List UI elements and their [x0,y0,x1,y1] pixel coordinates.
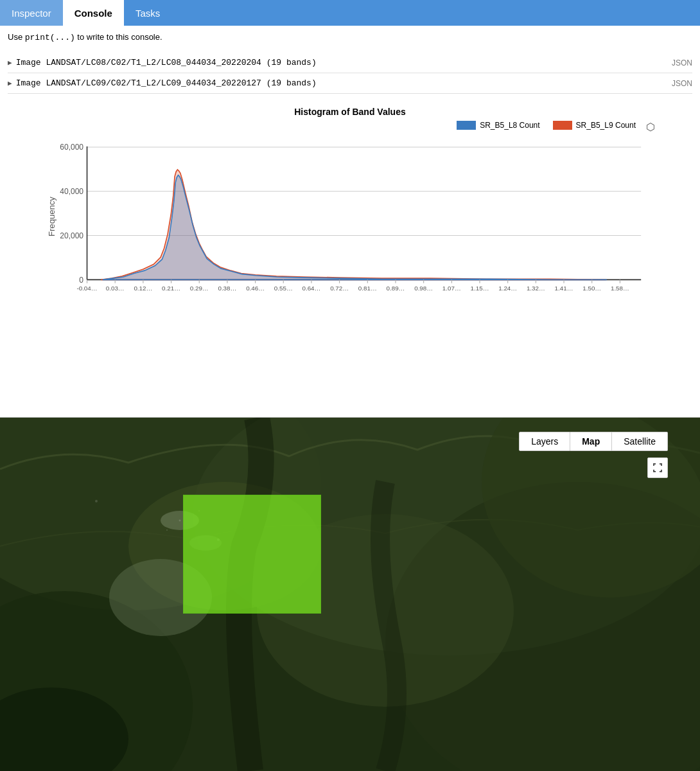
svg-text:0.89…: 0.89… [387,285,405,292]
svg-text:0.12…: 0.12… [134,285,152,292]
legend-color-l8 [457,121,476,130]
svg-text:1.41…: 1.41… [555,285,573,292]
tab-bar: Inspector Console Tasks [0,0,700,26]
legend-item-0: SR_B5_L8 Count [457,121,539,130]
svg-text:1.07…: 1.07… [442,285,461,292]
fullscreen-icon [652,463,663,473]
map-background [0,418,700,771]
histogram-chart: 0 20,000 40,000 60,000 Frequency -0.04… … [45,121,655,326]
tab-console[interactable]: Console [63,0,124,26]
tab-tasks[interactable]: Tasks [124,0,171,26]
layers-button[interactable]: Layers [519,432,570,451]
svg-text:0.72…: 0.72… [330,285,349,292]
svg-text:Frequency: Frequency [47,197,57,236]
svg-text:0.46…: 0.46… [246,285,265,292]
svg-text:1.32…: 1.32… [527,285,545,292]
json-link-0[interactable]: JSON [672,58,692,67]
json-link-1[interactable]: JSON [672,79,692,88]
svg-text:20,000: 20,000 [60,231,83,240]
svg-text:40,000: 40,000 [60,187,83,196]
image-entry-1: ▶ Image LANDSAT/LC09/C02/T1_L2/LC09_0440… [8,73,692,94]
console-hint: Use print(...) to write to this console. [8,32,692,42]
svg-text:1.58…: 1.58… [611,285,629,292]
svg-text:60,000: 60,000 [60,143,83,152]
top-panel: Inspector Console Tasks Use print(...) t… [0,0,700,418]
fullscreen-button[interactable] [647,457,668,478]
svg-point-66 [179,520,181,522]
satellite-view-button[interactable]: Satellite [612,432,668,451]
svg-text:0.98…: 0.98… [414,285,433,292]
svg-text:0.64…: 0.64… [302,285,320,292]
chart-title: Histogram of Band Values [15,107,685,117]
map-view-button[interactable]: Map [570,432,612,451]
expand-arrow-0[interactable]: ▶ [8,58,12,67]
expand-arrow-1[interactable]: ▶ [8,79,12,87]
expand-chart-icon[interactable]: ⬡ [646,121,655,133]
svg-text:0.38…: 0.38… [218,285,236,292]
svg-text:-0.04…: -0.04… [76,285,97,292]
svg-text:0.81…: 0.81… [358,285,377,292]
svg-point-65 [95,500,98,502]
svg-point-68 [166,529,168,531]
svg-text:0.29…: 0.29… [190,285,209,292]
chart-legend: SR_B5_L8 Count SR_B5_L9 Count [457,121,636,130]
svg-text:0.03…: 0.03… [106,285,125,292]
chart-area: Histogram of Band Values SR_B5_L8 Count … [15,107,685,326]
svg-text:0.55…: 0.55… [274,285,293,292]
svg-text:0.21…: 0.21… [162,285,180,292]
svg-text:1.24…: 1.24… [498,285,517,292]
svg-marker-32 [103,175,607,280]
legend-color-l9 [553,121,572,130]
svg-text:1.15…: 1.15… [471,285,489,292]
legend-item-1: SR_B5_L9 Count [553,121,636,130]
map-panel: Layers Map Satellite [0,418,700,771]
chart-container: SR_B5_L8 Count SR_B5_L9 Count ⬡ [45,121,655,326]
svg-text:0: 0 [79,276,83,285]
console-content: Use print(...) to write to this console.… [0,26,700,417]
band-visualization-overlay [183,495,321,614]
map-controls: Layers Map Satellite [519,432,668,451]
image-entry-0: ▶ Image LANDSAT/LC08/C02/T1_L2/LC08_0440… [8,53,692,73]
tab-inspector[interactable]: Inspector [0,0,63,26]
svg-text:1.50…: 1.50… [582,285,601,292]
